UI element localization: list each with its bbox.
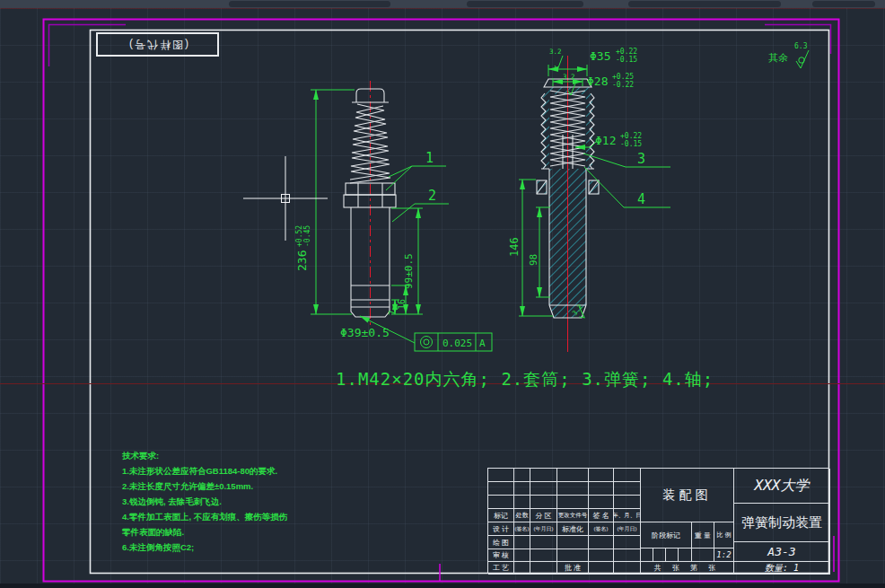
title-block: 标记 处数 分 区 更改文件号 签 名 年、月、日 设 计 (签名) (年月日)… [487, 468, 829, 574]
tolerance-value: 0.025 [442, 338, 472, 349]
dim-236-label: 236 [295, 250, 309, 271]
techreq-line: 零件表面的缺陷. [122, 524, 418, 540]
titleblock-cell [514, 549, 530, 562]
drawing-code-label: (图样代号) [127, 37, 188, 52]
titleblock-cell [614, 549, 641, 562]
sheet-pages-label: 共 张 第 张 [641, 562, 734, 575]
roughness-circle-icon [799, 57, 804, 63]
design-signature: (签名) [514, 522, 530, 536]
dim-16-label: 16 [397, 299, 407, 310]
titleblock-cell [488, 482, 514, 496]
titleblock-cell [514, 562, 530, 575]
titleblock-cell [614, 496, 641, 509]
check-label: 审 核 [488, 549, 514, 562]
dim-dia12-lower-tol: -0.15 [620, 140, 642, 148]
rev-header-count: 处数 [514, 509, 530, 522]
stage-cell [679, 549, 692, 562]
dim-236-upper-tol: +0.52 [295, 225, 303, 247]
surplus-label: 其余 [768, 52, 788, 64]
techreq-line: 3.锐边倒钝, 去除毛刺飞边. [122, 494, 418, 509]
titleblock-cell [589, 496, 614, 509]
dim-dia12-label: Φ12 [595, 134, 616, 147]
titleblock-cell [514, 469, 530, 482]
titleblock-cell [530, 496, 557, 509]
callout-2: 2 [428, 188, 436, 204]
roughness-value: 3.2 [549, 48, 562, 56]
titleblock-cell [589, 562, 614, 575]
dim-dia12-upper-tol: +0.22 [620, 132, 642, 140]
titleblock-cell [614, 536, 641, 549]
dim-236-lower-tol: -0.45 [303, 225, 311, 247]
titleblock-cell [530, 469, 557, 482]
standardize-signature: (签名) [589, 522, 614, 536]
dim-dia35-lower-tol: -0.15 [616, 56, 637, 64]
titleblock-cell [530, 536, 557, 549]
titleblock-cell [488, 496, 514, 509]
process-label: 工 艺 [488, 562, 514, 575]
titleblock-cell [589, 469, 614, 482]
roughness-value: 3.2 [563, 73, 575, 81]
dim-98-label: 98 [528, 254, 539, 266]
tolerance-datum: A [479, 338, 486, 349]
left-view-dimension-lines [311, 90, 492, 351]
rev-header-date: 年、月、日 [614, 509, 641, 522]
techreq-line: 2.未注长度尺寸允许偏差±0.15mm. [122, 478, 418, 494]
parts-list-note: 1.M42×20内六角; 2.套筒; 3.弹簧; 4.轴; [336, 368, 714, 391]
titleblock-cell [557, 469, 589, 482]
standardize-date: (年月日) [614, 522, 641, 536]
titleblock-cell [530, 482, 557, 496]
scale-value: 1:2 [714, 549, 734, 562]
callout-1: 1 [425, 150, 434, 166]
drawing-title: 装配图 [641, 469, 734, 522]
drawing-code-box: (图样代号) [96, 32, 219, 57]
surplus-roughness-note: 其余 6.3 [768, 42, 809, 68]
rev-header-zone: 分 区 [530, 509, 557, 522]
titleblock-cell [514, 482, 530, 496]
techreq-line: 4.零件加工表面上, 不应有划痕、擦伤等损伤 [122, 509, 418, 524]
dim-dia39-label: Φ39±0.5 [340, 326, 390, 339]
titleblock-cell [614, 562, 641, 575]
titleblock-cell [614, 469, 641, 482]
dim-7-label: 7 [388, 311, 397, 315]
drawing-code: A3-3 [734, 542, 830, 562]
dim-146-label: 146 [508, 237, 521, 257]
techreq-line: 1.未注形状公差应符合GB1184-80的要求. [122, 463, 418, 478]
titleblock-cell [557, 536, 589, 549]
dim-99-label: 99±0.5 [403, 253, 415, 289]
draw-label: 绘 图 [488, 536, 514, 549]
titleblock-cell [530, 562, 557, 575]
titleblock-cell [589, 536, 614, 549]
titleblock-cell [514, 536, 530, 549]
cad-application-window: 236 +0.52 -0.45 99±0.5 16 7 Φ39±0.5 0.02… [0, 0, 885, 588]
weight-label: 重 量 [692, 522, 714, 549]
dim-dia28-label: Φ28 [587, 75, 608, 88]
titleblock-cell [589, 482, 614, 496]
rev-header-docno: 更改文件号 [557, 509, 589, 522]
concentricity-icon [421, 337, 433, 348]
quantity-label: 数量: 1 [734, 562, 830, 575]
crosshair-cursor [243, 156, 328, 241]
callout-3: 3 [637, 151, 645, 167]
titleblock-cell [530, 549, 557, 562]
rev-header-mark: 标记 [488, 509, 514, 522]
dim-dia35-upper-tol: +0.22 [616, 48, 637, 56]
scale-label: 比 例 [714, 522, 734, 549]
surplus-roughness-value: 6.3 [794, 42, 808, 50]
weight-value-cell [692, 549, 714, 562]
stage-cell [641, 549, 653, 562]
stage-mark-label: 阶段标记 [641, 522, 692, 549]
roughness-check-icon [796, 50, 809, 68]
titleblock-cell [589, 549, 614, 562]
titleblock-cell [557, 549, 589, 562]
approve-label: 批 准 [557, 562, 589, 575]
stage-cell [653, 549, 666, 562]
dim-dia28-upper-tol: +0.25 [612, 73, 634, 81]
titleblock-cell [557, 496, 589, 509]
organization-name: XXX大学 [734, 469, 830, 504]
titleblock-cell [557, 482, 589, 496]
design-label: 设 计 [488, 522, 514, 536]
standardize-label: 标准化 [557, 522, 589, 536]
roughness-check-icon [555, 56, 563, 70]
titleblock-cell [514, 496, 530, 509]
design-date: (年月日) [530, 522, 557, 536]
